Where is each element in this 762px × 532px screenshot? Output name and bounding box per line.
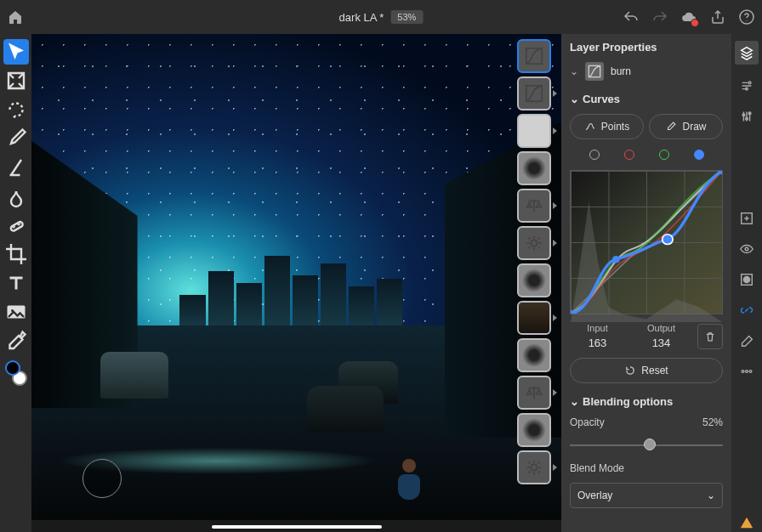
place-image-tool[interactable] — [3, 299, 29, 325]
touch-nav-circle[interactable] — [82, 459, 122, 498]
panel-title: Layer Properties — [570, 41, 723, 54]
svg-point-12 — [612, 256, 620, 263]
svg-point-13 — [662, 235, 673, 245]
help-icon[interactable] — [738, 8, 755, 25]
points-mode-button[interactable]: Points — [570, 114, 644, 139]
adjustment-icon — [585, 62, 604, 81]
svg-point-3 — [18, 224, 20, 225]
curves-section-header[interactable]: ⌄ Curves — [570, 93, 723, 105]
svg-point-26 — [749, 371, 752, 373]
right-rail — [731, 34, 762, 532]
svg-point-9 — [531, 464, 537, 470]
chevron-down-icon: ⌄ — [570, 93, 579, 105]
layer-thumb-exposure[interactable] — [517, 226, 551, 260]
opacity-slider[interactable] — [570, 437, 723, 454]
document-image — [31, 34, 561, 520]
eraser-icon[interactable] — [737, 331, 756, 350]
layer-thumb-balance[interactable] — [517, 189, 551, 223]
canvas[interactable] — [31, 34, 561, 532]
clone-tool[interactable] — [3, 155, 29, 180]
input-value: Input 163 — [570, 323, 625, 349]
layer-thumb-image[interactable] — [517, 301, 551, 335]
link-icon[interactable] — [737, 301, 756, 320]
svg-point-15 — [748, 82, 751, 84]
warning-icon[interactable] — [737, 513, 756, 532]
channel-rgb[interactable] — [589, 150, 600, 160]
blend-mode-label: Blend Mode — [570, 462, 723, 474]
redo-icon[interactable] — [651, 8, 668, 25]
mask-icon[interactable] — [737, 270, 756, 289]
channel-blue[interactable] — [694, 150, 704, 160]
layer-name: burn — [611, 65, 631, 77]
svg-point-21 — [745, 247, 748, 251]
home-icon[interactable] — [7, 8, 24, 25]
cloud-sync-icon[interactable] — [680, 8, 697, 25]
channel-red[interactable] — [624, 150, 634, 160]
draw-mode-button[interactable]: Draw — [649, 114, 723, 139]
svg-point-24 — [742, 371, 744, 373]
visibility-icon[interactable] — [737, 240, 756, 258]
transform-tool[interactable] — [3, 68, 29, 93]
properties-panel: Layer Properties ⌄ burn ⌄ Curves Points … — [561, 34, 731, 532]
eyedropper-tool[interactable] — [3, 328, 29, 354]
layer-thumb-mask[interactable] — [517, 338, 551, 372]
zoom-indicator[interactable]: 53% — [390, 10, 423, 24]
healing-tool[interactable] — [3, 212, 29, 238]
svg-point-23 — [743, 276, 749, 282]
layer-thumb-curves[interactable] — [517, 39, 551, 73]
share-icon[interactable] — [709, 8, 726, 25]
layer-thumb-balance[interactable] — [517, 376, 551, 410]
color-wells[interactable] — [5, 360, 27, 386]
left-toolbar — [0, 34, 31, 532]
layers-panel-icon[interactable] — [735, 41, 759, 65]
svg-point-8 — [531, 240, 537, 246]
top-bar: dark LA * 53% — [0, 0, 762, 34]
more-icon[interactable] — [737, 362, 756, 381]
layers-thumbnails — [514, 39, 561, 527]
chevron-down-icon: ⌄ — [707, 490, 715, 501]
adjustments-panel-icon[interactable] — [737, 107, 756, 126]
document-title: dark LA * — [339, 11, 384, 24]
output-value: Output 134 — [634, 323, 689, 349]
foreground-color[interactable] — [5, 360, 20, 376]
blending-section-header[interactable]: ⌄ Blending options — [570, 395, 723, 408]
type-tool[interactable] — [3, 270, 29, 296]
properties-panel-icon[interactable] — [737, 76, 756, 95]
channel-green[interactable] — [659, 150, 669, 160]
layer-thumb-image[interactable] — [517, 114, 551, 148]
delete-point-button[interactable] — [697, 324, 723, 349]
smudge-tool[interactable] — [3, 184, 29, 209]
current-layer-row: ⌄ burn — [570, 62, 723, 81]
curves-graph[interactable] — [570, 170, 723, 314]
add-layer-icon[interactable] — [737, 209, 756, 228]
svg-point-2 — [13, 226, 14, 228]
chevron-down-icon[interactable]: ⌄ — [570, 65, 578, 77]
layer-thumb-exposure[interactable] — [517, 450, 551, 484]
undo-icon[interactable] — [623, 8, 640, 25]
layer-thumb-mask[interactable] — [517, 151, 551, 185]
move-tool[interactable] — [3, 39, 29, 65]
layer-thumb-mask[interactable] — [517, 263, 551, 297]
layer-thumb-mask[interactable] — [517, 413, 551, 447]
home-indicator[interactable] — [212, 525, 382, 529]
reset-button[interactable]: Reset — [570, 358, 723, 383]
opacity-label: Opacity — [570, 416, 605, 428]
svg-point-25 — [746, 371, 748, 373]
chevron-down-icon: ⌄ — [570, 395, 579, 408]
channel-selector — [570, 148, 723, 161]
lasso-tool[interactable] — [3, 97, 29, 122]
brush-tool[interactable] — [3, 126, 29, 151]
layer-thumb-curves[interactable] — [517, 76, 551, 110]
crop-tool[interactable] — [3, 241, 29, 267]
opacity-value: 52% — [702, 416, 723, 428]
blend-mode-select[interactable]: Overlay ⌄ — [570, 483, 723, 508]
